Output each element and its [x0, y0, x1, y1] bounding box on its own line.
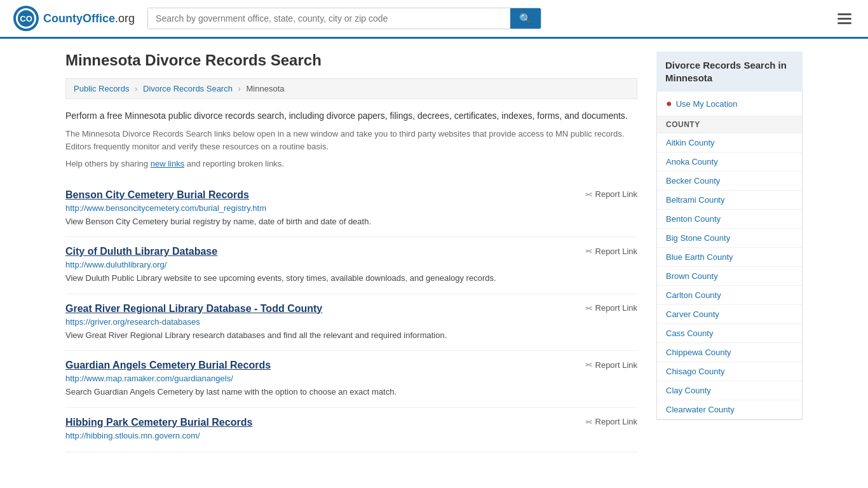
- county-link[interactable]: Brown County: [657, 267, 802, 286]
- result-header-4: Hibbing Park Cemetery Burial Records Rep…: [65, 417, 637, 428]
- logo-icon: CO: [13, 5, 39, 32]
- search-icon: 🔍: [519, 13, 532, 24]
- description-block: Perform a free Minnesota public divorce …: [65, 109, 637, 170]
- report-link-button-1[interactable]: Report Link: [585, 246, 637, 256]
- scissors-icon-1: [585, 246, 592, 256]
- search-button[interactable]: 🔍: [510, 8, 541, 29]
- county-link[interactable]: Chisago County: [657, 362, 802, 381]
- description-1: Perform a free Minnesota public divorce …: [65, 109, 637, 123]
- main-wrapper: Minnesota Divorce Records Search Public …: [53, 39, 815, 465]
- menu-button[interactable]: [834, 10, 855, 28]
- county-link[interactable]: Carlton County: [657, 286, 802, 305]
- county-heading: County: [657, 116, 802, 133]
- breadcrumb-sep-1: ›: [135, 84, 137, 93]
- page-title: Minnesota Divorce Records Search: [65, 51, 637, 69]
- result-header-0: Benson City Cemetery Burial Records Repo…: [65, 189, 637, 201]
- scissors-icon-2: [585, 303, 592, 313]
- logo-text: CountyOffice.org: [43, 12, 135, 25]
- result-url-2[interactable]: https://griver.org/research-databases: [65, 317, 637, 327]
- result-header-1: City of Duluth Library Database Report L…: [65, 246, 637, 257]
- breadcrumb-divorce-records[interactable]: Divorce Records Search: [143, 84, 233, 93]
- county-link[interactable]: Becker County: [657, 172, 802, 191]
- county-list: Aitkin CountyAnoka CountyBecker CountyBe…: [657, 133, 802, 419]
- report-link-button-2[interactable]: Report Link: [585, 303, 637, 313]
- description-3: Help others by sharing new links and rep…: [65, 158, 637, 170]
- use-my-location-link[interactable]: ● Use My Location: [657, 92, 802, 116]
- scissors-icon-0: [585, 189, 592, 200]
- report-link-button-0[interactable]: Report Link: [585, 189, 637, 200]
- result-item: Hibbing Park Cemetery Burial Records Rep…: [65, 408, 637, 452]
- report-link-button-4[interactable]: Report Link: [585, 417, 637, 427]
- result-title-3[interactable]: Guardian Angels Cemetery Burial Records: [65, 360, 271, 371]
- breadcrumb-sep-2: ›: [238, 84, 241, 93]
- county-link[interactable]: Cass County: [657, 324, 802, 343]
- location-pin-icon: ●: [666, 98, 672, 109]
- result-url-4[interactable]: http://hibbing.stlouis.mn.govern.com/: [65, 431, 637, 440]
- results-list: Benson City Cemetery Burial Records Repo…: [65, 180, 637, 452]
- result-url-1[interactable]: http://www.duluthlibrary.org/: [65, 260, 637, 269]
- county-link[interactable]: Beltrami County: [657, 191, 802, 210]
- report-link-button-3[interactable]: Report Link: [585, 360, 637, 370]
- logo[interactable]: CO CountyOffice.org: [13, 5, 135, 32]
- result-item: Great River Regional Library Database - …: [65, 294, 637, 351]
- result-url-3[interactable]: http://www.map.ramaker.com/guardianangel…: [65, 374, 637, 383]
- result-desc-0: View Benson City Cemetery burial registr…: [65, 215, 637, 228]
- new-links-link[interactable]: new links: [151, 159, 184, 168]
- county-link[interactable]: Aitkin County: [657, 133, 802, 152]
- result-desc-2: View Great River Regional Library resear…: [65, 329, 637, 342]
- result-item: City of Duluth Library Database Report L…: [65, 237, 637, 294]
- breadcrumb-public-records[interactable]: Public Records: [74, 84, 129, 93]
- result-desc-3: Search Guardian Angels Cemetery by last …: [65, 386, 637, 398]
- county-link[interactable]: Chippewa County: [657, 343, 802, 362]
- result-title-1[interactable]: City of Duluth Library Database: [65, 246, 217, 257]
- scissors-icon-3: [585, 360, 592, 370]
- result-header-3: Guardian Angels Cemetery Burial Records …: [65, 360, 637, 371]
- result-item: Benson City Cemetery Burial Records Repo…: [65, 180, 637, 238]
- county-link[interactable]: Clay County: [657, 381, 802, 400]
- result-title-0[interactable]: Benson City Cemetery Burial Records: [65, 189, 249, 201]
- scissors-icon-4: [585, 417, 592, 427]
- county-link[interactable]: Big Stone County: [657, 229, 802, 248]
- sidebar-content: ● Use My Location County Aitkin CountyAn…: [656, 92, 803, 420]
- county-link[interactable]: Anoka County: [657, 152, 802, 172]
- header: CO CountyOffice.org 🔍: [0, 0, 868, 39]
- content-area: Minnesota Divorce Records Search Public …: [65, 51, 637, 452]
- search-input[interactable]: [148, 8, 510, 29]
- sidebar-title: Divorce Records Search in Minnesota: [656, 51, 803, 92]
- menu-line-1: [837, 13, 851, 15]
- menu-line-3: [837, 22, 851, 24]
- result-header-2: Great River Regional Library Database - …: [65, 303, 637, 315]
- result-url-0[interactable]: http://www.bensoncitycemetery.com/burial…: [65, 203, 637, 213]
- search-container: 🔍: [147, 8, 541, 29]
- breadcrumb-minnesota: Minnesota: [247, 84, 285, 93]
- menu-line-2: [837, 18, 851, 20]
- svg-text:CO: CO: [20, 14, 32, 24]
- county-link[interactable]: Carver County: [657, 305, 802, 324]
- county-link[interactable]: Clearwater County: [657, 400, 802, 419]
- result-item: Guardian Angels Cemetery Burial Records …: [65, 351, 637, 408]
- breadcrumb: Public Records › Divorce Records Search …: [65, 78, 637, 99]
- description-2: The Minnesota Divorce Records Search lin…: [65, 128, 637, 152]
- sidebar: Divorce Records Search in Minnesota ● Us…: [656, 51, 803, 452]
- county-link[interactable]: Blue Earth County: [657, 248, 802, 267]
- result-desc-1: View Duluth Public Library website to se…: [65, 272, 637, 285]
- result-title-2[interactable]: Great River Regional Library Database - …: [65, 303, 322, 315]
- county-link[interactable]: Benton County: [657, 210, 802, 229]
- result-title-4[interactable]: Hibbing Park Cemetery Burial Records: [65, 417, 252, 428]
